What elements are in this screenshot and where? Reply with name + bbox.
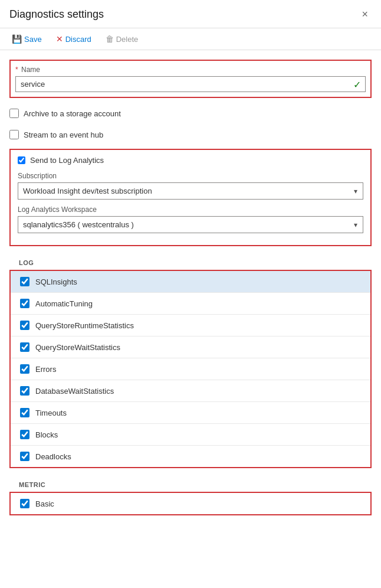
subscription-select[interactable]: Workload Insight dev/test subscription [18,182,363,200]
subscription-select-wrapper: Workload Insight dev/test subscription ▾ [18,182,363,200]
log-section-header: LOG [9,256,372,270]
subscription-label: Subscription [18,172,363,180]
log-item-label[interactable]: QueryStoreWaitStatistics [35,343,120,352]
log-item-label[interactable]: AutomaticTuning [35,299,93,308]
log-item-checkbox-sqlinsights[interactable] [20,277,29,286]
panel-title: Diagnostics settings [9,8,104,21]
workspace-label: Log Analytics Workspace [18,205,363,214]
log-item: AutomaticTuning [11,293,370,315]
panel-header: Diagnostics settings × [0,0,381,28]
log-item-checkbox-databasewaitstatistics[interactable] [20,386,29,396]
log-item-checkbox-automatictuning[interactable] [20,299,29,308]
log-item-label[interactable]: QueryStoreRuntimeStatistics [35,321,134,330]
required-star: * [15,66,18,74]
name-label: * Name [15,66,366,74]
log-section-box: SQLInsightsAutomaticTuningQueryStoreRunt… [9,270,372,468]
log-item-label[interactable]: Errors [35,365,56,374]
metric-section-box: Basic [9,492,372,515]
stream-label[interactable]: Stream to an event hub [24,130,103,139]
stream-checkbox[interactable] [9,130,19,139]
metric-section-title: METRIC [19,481,45,488]
log-item-checkbox-querystorewaitstatistics[interactable] [20,342,29,352]
log-item-label[interactable]: Blocks [35,430,58,439]
metric-item-label[interactable]: Basic [35,499,54,508]
save-label: Save [24,35,42,44]
log-item: DatabaseWaitStatistics [11,380,370,402]
log-item-checkbox-timeouts[interactable] [20,408,29,417]
save-icon: 💾 [12,34,22,44]
stream-checkbox-row: Stream to an event hub [9,128,372,142]
log-analytics-box: Send to Log Analytics Subscription Workl… [9,149,372,246]
archive-checkbox[interactable] [9,109,19,118]
log-item-checkbox-deadlocks[interactable] [20,452,29,461]
log-item: Deadlocks [11,446,370,467]
log-item: Timeouts [11,402,370,424]
close-button[interactable]: × [358,7,372,22]
archive-label[interactable]: Archive to a storage account [24,109,121,118]
log-item: SQLInsights [11,271,370,293]
log-item-checkbox-errors[interactable] [20,364,29,374]
name-field-box: * Name ✓ [9,60,372,98]
log-section-title: LOG [19,259,34,266]
log-item-label[interactable]: SQLInsights [35,277,77,286]
log-item-label[interactable]: Timeouts [35,409,67,417]
delete-button[interactable]: 🗑 Delete [103,33,141,45]
log-item: Errors [11,358,370,380]
delete-icon: 🗑 [106,34,114,44]
archive-checkbox-row: Archive to a storage account [9,106,372,120]
metric-section-header: METRIC [9,478,372,492]
discard-button[interactable]: ✕ Discard [54,33,94,45]
log-item: Blocks [11,424,370,446]
content-area: * Name ✓ Archive to a storage account St… [0,50,381,534]
log-item-checkbox-blocks[interactable] [20,430,29,439]
log-analytics-checkbox[interactable] [18,156,25,164]
log-item: QueryStoreWaitStatistics [11,337,370,358]
discard-icon: ✕ [56,34,63,44]
log-analytics-header: Send to Log Analytics [18,156,363,165]
save-button[interactable]: 💾 Save [9,33,44,45]
workspace-select[interactable]: sqlanalytics356 ( westcentralus ) [18,216,363,233]
toolbar: 💾 Save ✕ Discard 🗑 Delete [0,28,381,50]
log-item-checkbox-querystoreruntimestatistics[interactable] [20,321,29,330]
log-item-label[interactable]: DatabaseWaitStatistics [35,387,114,396]
name-input[interactable] [15,76,366,92]
diagnostics-panel: Diagnostics settings × 💾 Save ✕ Discard … [0,0,381,534]
log-analytics-label[interactable]: Send to Log Analytics [30,156,104,165]
log-item-label[interactable]: Deadlocks [35,452,71,461]
workspace-select-wrapper: sqlanalytics356 ( westcentralus ) ▾ [18,216,363,233]
metric-item: Basic [11,493,370,514]
delete-label: Delete [116,35,139,44]
name-input-wrapper: ✓ [15,76,366,92]
name-field-label-text: Name [21,66,40,74]
checkmark-icon: ✓ [353,79,361,90]
discard-label: Discard [65,35,91,44]
metric-item-checkbox-basic[interactable] [20,499,29,508]
log-item: QueryStoreRuntimeStatistics [11,315,370,337]
